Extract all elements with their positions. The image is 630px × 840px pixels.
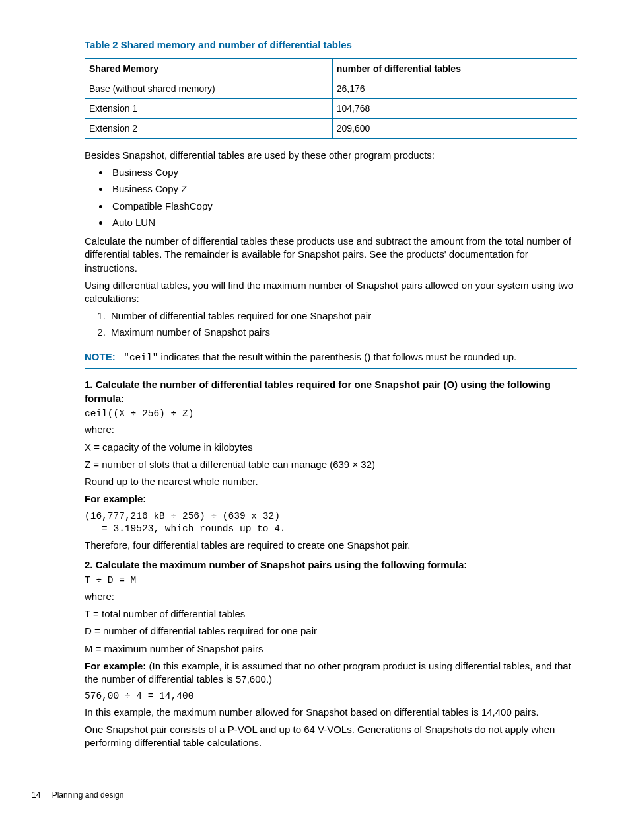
table-cell: 26,176: [332, 79, 577, 99]
list-item: Compatible FlashCopy: [110, 200, 577, 213]
var-m: M = maximum number of Snapshot pairs: [85, 642, 577, 656]
where-label: where:: [85, 423, 577, 436]
where-label: where:: [85, 590, 577, 603]
page-number: 14: [32, 790, 40, 800]
step1-heading: 1. Calculate the number of differential …: [85, 378, 577, 405]
table-cell: Base (without shared memory): [85, 79, 333, 99]
step2-formula: T ÷ D = M: [85, 574, 577, 588]
step2-tail: One Snapshot pair consists of a P-VOL an…: [85, 723, 577, 750]
var-d: D = number of differential tables requir…: [85, 625, 577, 638]
note-code: "ceil": [123, 352, 158, 363]
paragraph: Besides Snapshot, differential tables ar…: [85, 149, 577, 162]
step2-result: In this example, the maximum number allo…: [85, 706, 577, 719]
table-header: Shared Memory: [85, 59, 333, 79]
step2-heading: 2. Calculate the maximum number of Snaps…: [85, 558, 577, 572]
table-header: number of differential tables: [332, 59, 577, 79]
example-label: For example:: [85, 492, 577, 506]
note-text: indicates that the result within the par…: [158, 351, 516, 362]
step1-formula: ceil((X ÷ 256) ÷ Z): [85, 408, 577, 421]
table-cell: 209,600: [332, 118, 577, 138]
numbered-list: Number of differential tables required f…: [85, 309, 577, 339]
table-title: Table 2 Shared memory and number of diff…: [85, 38, 577, 52]
round-instruction: Round up to the nearest whole number.: [85, 475, 577, 488]
example-text: (In this example, it is assumed that no …: [85, 660, 571, 685]
list-item: Business Copy: [110, 166, 577, 179]
step2-example: For example: (In this example, it is ass…: [85, 660, 577, 687]
step1-therefore: Therefore, four differential tables are …: [85, 539, 577, 552]
var-t: T = total number of differential tables: [85, 607, 577, 621]
bullet-list: Business Copy Business Copy Z Compatible…: [85, 166, 577, 229]
list-item: Number of differential tables required f…: [108, 309, 577, 323]
list-item: Auto LUN: [110, 216, 577, 229]
section-name: Planning and design: [52, 790, 124, 800]
note-box: NOTE: "ceil" indicates that the result w…: [85, 346, 577, 369]
page-footer: 14 Planning and design: [85, 790, 577, 800]
table-cell: 104,768: [332, 99, 577, 119]
note-label: NOTE:: [85, 351, 116, 362]
diff-tables-table: Shared Memory number of differential tab…: [85, 58, 577, 139]
var-z: Z = number of slots that a differential …: [85, 458, 577, 471]
paragraph: Using differential tables, you will find…: [85, 279, 577, 306]
table-row: Extension 1 104,768: [85, 99, 577, 119]
table-cell: Extension 1: [85, 99, 333, 119]
list-item: Business Copy Z: [110, 182, 577, 196]
example-label: For example:: [85, 660, 146, 671]
step2-example-code: 576,00 ÷ 4 = 14,400: [85, 690, 577, 703]
var-x: X = capacity of the volume in kilobytes: [85, 441, 577, 454]
table-row: Base (without shared memory) 26,176: [85, 79, 577, 99]
table-cell: Extension 2: [85, 118, 333, 138]
step1-example-code: (16,777,216 kB ÷ 256) ÷ (639 x 32) = 3.1…: [85, 510, 577, 536]
table-row: Extension 2 209,600: [85, 118, 577, 138]
paragraph: Calculate the number of differential tab…: [85, 235, 577, 275]
list-item: Maximum number of Snapshot pairs: [108, 326, 577, 339]
